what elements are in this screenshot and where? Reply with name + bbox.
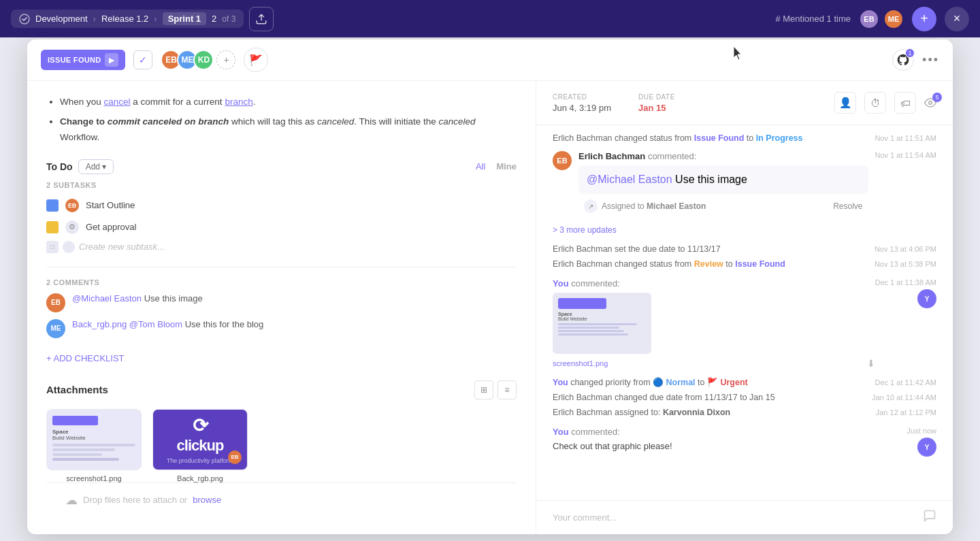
comment-input[interactable]	[553, 512, 916, 523]
clip-button[interactable]	[249, 7, 274, 31]
activity-feed: Erlich Bachman changed status from Issue…	[536, 125, 953, 500]
subtask-avatar-1: EB	[65, 199, 79, 212]
modal: ISSUE FOUND ▶ ✓ EB ME KD + 🚩 1 ••• When …	[27, 39, 953, 534]
divider-1	[46, 267, 517, 267]
left-panel: When you cancel a commit for a current b…	[27, 81, 536, 534]
assigned-row: ↗ Assigned to Michael Easton Resolve	[578, 197, 868, 216]
list-view-button[interactable]: ≡	[497, 380, 517, 399]
you-comment-2-time: Just now	[907, 427, 936, 435]
attach-thumb-2: ⟳ clickup The productivity platform EB	[152, 409, 248, 470]
close-button[interactable]: ×	[945, 7, 969, 31]
subtask-label-1: Start Outline	[86, 200, 135, 210]
create-subtask-placeholder: Create new subtask...	[79, 242, 165, 252]
attach-grid: SpaceBuild Website screenshot1.png ⟳ cli…	[46, 409, 517, 482]
browse-link[interactable]: browse	[193, 495, 221, 505]
attachments-header: Attachments ⊞ ≡	[46, 380, 517, 399]
drop-icon: ☁	[65, 493, 78, 508]
subtasks-count: 2 SUBTASKS	[46, 181, 517, 189]
workspace-label[interactable]: Development	[35, 14, 88, 24]
erlich-avatar: EB	[553, 151, 572, 170]
flag-button[interactable]: 🚩	[244, 48, 268, 72]
erlich-time: Nov 1 at 11:54 AM	[875, 151, 937, 159]
screenshot-preview: SpaceBuild Website	[553, 293, 651, 354]
right-meta: CREATED Jun 4, 3:19 pm DUE DATE Jan 15 👤…	[536, 81, 953, 125]
avatar-stack: EB ME KD +	[161, 50, 235, 70]
comment-1-text: Use this image	[144, 293, 203, 304]
status-arrow[interactable]: ▶	[105, 53, 118, 67]
branch-link[interactable]: branch	[225, 97, 252, 107]
subtask-2[interactable]: ⚙ Get approval	[46, 216, 517, 238]
meta-icon-3[interactable]: 🏷	[894, 92, 916, 114]
comment-2-author[interactable]: @Tom Bloom	[129, 319, 182, 329]
michael-mention: @Michael Easton	[587, 174, 672, 185]
avatar-add[interactable]: +	[216, 50, 235, 69]
clickup-tagline: The productivity platform	[167, 457, 234, 464]
filter-mine[interactable]: Mine	[496, 161, 517, 171]
activity-you-comment-1: You commented: SpaceBuild Website	[553, 278, 936, 369]
status-from-1: Issue Found	[694, 133, 745, 143]
created-value: Jun 4, 3:19 pm	[553, 103, 611, 113]
grid-view-button[interactable]: ⊞	[474, 380, 493, 399]
activity-status-change-2: Erlich Bachman changed status from Revie…	[553, 259, 936, 269]
eye-button[interactable]: 5	[924, 97, 936, 109]
create-subtask[interactable]: □ Create new subtask...	[46, 238, 517, 256]
erlich-name: Erlich Bachman	[578, 151, 645, 161]
screenshot-link[interactable]: screenshot1.png	[553, 359, 608, 367]
attachment-2[interactable]: ⟳ clickup The productivity platform EB B…	[152, 409, 248, 482]
you-comment-2-text: Check out that graphic please!	[553, 441, 907, 451]
sprint-num: 2	[212, 14, 216, 24]
meta-icons: 👤 ⏱ 🏷 5	[834, 92, 936, 114]
github-icon[interactable]: 1	[892, 49, 914, 71]
github-badge: 1	[905, 48, 915, 58]
status-to-1: In Progress	[756, 133, 803, 143]
attach-thumb-1: SpaceBuild Website	[46, 409, 142, 470]
comment-2-text: Use this for the blog	[185, 319, 264, 329]
comment-2: ME Back_rgb.png @Tom Bloom Use this for …	[46, 319, 517, 338]
sprint-label[interactable]: Sprint 1	[163, 12, 206, 25]
status-to-2: Issue Found	[735, 259, 785, 269]
comments-count: 2 COMMENTS	[46, 278, 517, 286]
mentioned-label[interactable]: # Mentioned 1 time	[775, 14, 851, 24]
workspace-icon	[19, 14, 30, 24]
download-button[interactable]: ⬇	[867, 358, 875, 369]
release-label[interactable]: Release 1.2	[101, 14, 148, 24]
status-badge[interactable]: ISSUE FOUND ▶	[41, 50, 125, 70]
modal-topbar: ISSUE FOUND ▶ ✓ EB ME KD + 🚩 1 •••	[27, 39, 953, 81]
comment-1: EB @Michael Easton Use this image	[46, 293, 517, 312]
comment-2-link[interactable]: Back_rgb.png	[72, 319, 127, 329]
activity-assigned: Erlich Bachman assigned to: Karvonnia Di…	[553, 408, 936, 417]
add-button[interactable]: +	[912, 7, 936, 31]
add-checklist[interactable]: + ADD CHECKLIST	[46, 353, 125, 363]
cancel-link[interactable]: cancel	[104, 97, 131, 107]
attachments-title: Attachments	[46, 384, 108, 395]
add-button[interactable]: Add ▾	[78, 159, 114, 174]
due-label: DUE DATE	[638, 93, 675, 101]
meta-icon-2[interactable]: ⏱	[864, 92, 886, 114]
nav-avatar-1: EB	[859, 9, 879, 29]
comments-section: 2 COMMENTS EB @Michael Easton Use this i…	[46, 278, 517, 338]
activity-due-change: Erlich Bachman changed due date from 11/…	[553, 393, 936, 402]
filter-all[interactable]: All	[476, 161, 485, 171]
comment-avatar-1: EB	[46, 293, 65, 312]
meta-icon-1[interactable]: 👤	[834, 92, 856, 114]
activity-time-1: Nov 1 at 11:51 AM	[875, 134, 937, 142]
subtask-1[interactable]: EB Start Outline	[46, 195, 517, 216]
comment-1-author[interactable]: @Michael Easton	[72, 293, 142, 304]
send-button[interactable]	[923, 509, 936, 526]
resolve-button[interactable]: Resolve	[833, 201, 862, 211]
created-group: CREATED Jun 4, 3:19 pm	[553, 93, 611, 113]
more-updates[interactable]: > 3 more updates	[553, 223, 936, 237]
you-avatar-1: Y	[917, 289, 936, 308]
check-button[interactable]: ✓	[133, 50, 152, 69]
karvonnia-name: Karvonnia Dixon	[663, 408, 730, 417]
more-button[interactable]: •••	[922, 53, 939, 67]
you-label-2: You	[553, 427, 569, 437]
drop-zone[interactable]: ☁ Drop files here to attach or browse	[46, 482, 517, 517]
attachment-1[interactable]: SpaceBuild Website screenshot1.png	[46, 409, 142, 482]
subtask-icon-1	[46, 199, 59, 212]
top-nav: Development › Release 1.2 › Sprint 1 2 o…	[0, 0, 980, 37]
clickup-logo: clickup	[177, 437, 224, 455]
subtask-gear: ⚙	[65, 220, 79, 234]
svg-point-1	[929, 101, 932, 105]
erlich-comment-box: @Michael Easton Use this image	[578, 165, 868, 194]
